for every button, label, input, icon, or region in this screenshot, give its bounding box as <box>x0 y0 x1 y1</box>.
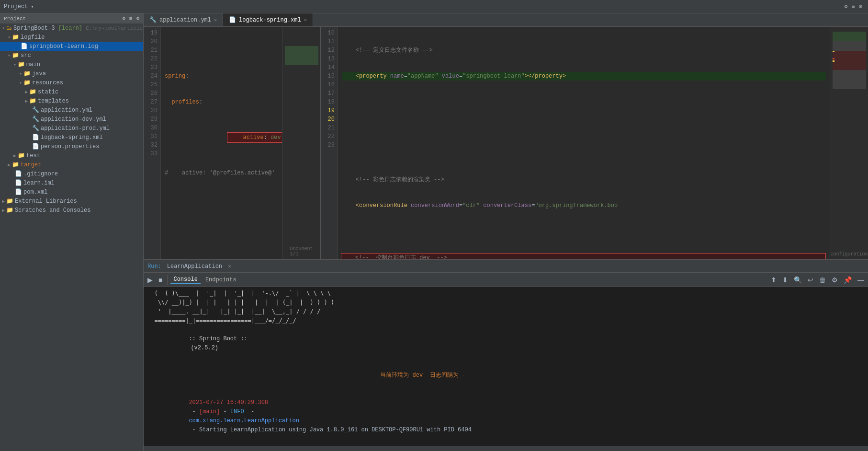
dropdown-arrow[interactable]: ▾ <box>31 4 34 10</box>
tree-scratches[interactable]: ▶ 📁 Scratches and Consoles <box>0 206 143 215</box>
tree-gitignore[interactable]: 📄 .gitignore <box>0 169 143 178</box>
console-output[interactable]: ( ( )\___ | '_| | '_| | '-.\/ _` | \ \ \… <box>144 287 868 446</box>
left-line-20: spring: <box>165 72 278 81</box>
iml-icon: 📄 <box>15 179 22 186</box>
console-filter[interactable]: 🔍 <box>792 275 804 285</box>
log1-logger: com.xiang.learn.LearnApplication <box>189 417 299 424</box>
console-tab[interactable]: Console <box>170 276 200 284</box>
console-scroll-bottom[interactable]: ⬇ <box>780 275 790 285</box>
scratch-label: Scratches and Consoles <box>15 207 90 214</box>
run-play-button[interactable]: ▶ <box>146 275 155 285</box>
right-line-numbers: 10 11 12 13 14 15 16 17 18 19 20 <box>321 27 338 259</box>
tree-application-yml[interactable]: 🔧 application.yml <box>0 105 143 115</box>
tree-application-dev-yml[interactable]: 🔧 application-dev.yml <box>0 115 143 124</box>
app-root: Project ▾ ⚙ ≡ ⚙ Project ⚙ ≡ ⚙ ▾ 🗂 Spring… <box>0 0 868 451</box>
java-label: java <box>32 70 46 77</box>
tab-logback-xml[interactable]: 📄 logback-spring.xml ✕ <box>223 13 313 26</box>
tree-person-props[interactable]: 📄 person.properties <box>0 142 143 151</box>
right-code-lines[interactable]: <!-- 定义日志文件名称 --> <property name="appNam… <box>338 27 830 259</box>
log-label: springboot-learn.log <box>29 43 98 50</box>
tab-application-yml[interactable]: 🔧 application.yml ✕ <box>144 13 223 26</box>
java-icon: 📁 <box>23 70 31 77</box>
templates-arrow: ▶ <box>25 98 28 104</box>
root-label: SpringBoot-3 [learn] E:\my-tool\article\… <box>13 25 144 32</box>
main-icon: 📁 <box>18 61 25 68</box>
tree-resources[interactable]: ▾ 📁 resources <box>0 78 143 87</box>
tree-learn-iml[interactable]: 📄 learn.iml <box>0 178 143 187</box>
tree-templates[interactable]: ▶ 📁 templates <box>0 96 143 105</box>
tree-java[interactable]: ▾ 📁 java <box>0 69 143 78</box>
gitignore-label: .gitignore <box>23 171 58 177</box>
main-layout: Project ⚙ ≡ ⚙ ▾ 🗂 SpringBoot-3 [learn] E… <box>0 13 868 451</box>
title-bar: Project ▾ ⚙ ≡ ⚙ <box>0 0 868 13</box>
left-line-26 <box>165 246 278 255</box>
config-icon[interactable]: ⚙ <box>859 3 862 10</box>
console-settings[interactable]: ⚙ <box>830 275 840 285</box>
src-arrow: ▾ <box>8 53 11 58</box>
log1-time: 2021-07-27 16:40:29.308 <box>189 399 268 406</box>
test-arrow: ▶ <box>13 153 16 159</box>
src-label: src <box>21 52 31 59</box>
tree-external-libs[interactable]: ▶ 📁 External Libraries <box>0 197 143 206</box>
console-minimize[interactable]: — <box>856 275 866 285</box>
ascii-line-3: ' |____. __|_| |_| |_| |__| \__,_| / / /… <box>147 307 864 316</box>
props-icon: 📄 <box>32 143 39 150</box>
run-app-close[interactable]: ✕ <box>228 263 231 270</box>
tree-target[interactable]: ▶ 📁 target <box>0 160 143 169</box>
logfile-label: logfile <box>21 34 45 41</box>
tree-src[interactable]: ▾ 📁 src <box>0 51 143 60</box>
right-editor: 10 11 12 13 14 15 16 17 18 19 20 <box>321 27 868 259</box>
run-toolbar: ▶ ■ Console Endpoints ⬆ ⬇ 🔍 ↩ 🗑 ⚙ 📌 — <box>144 273 868 287</box>
menu-icon[interactable]: ≡ <box>852 3 855 10</box>
prod-yml-icon: 🔧 <box>32 125 39 132</box>
tree-pom-xml[interactable]: 📄 pom.xml <box>0 187 143 197</box>
templates-icon: 📁 <box>29 97 36 104</box>
editor-section: 🔧 application.yml ✕ 📄 logback-spring.xml… <box>144 13 868 259</box>
root-arrow: ▾ <box>2 25 5 31</box>
app-dev-yml-label: application-dev.yml <box>41 116 106 123</box>
tree-test[interactable]: ▶ 📁 test <box>0 151 143 160</box>
left-code-content: 19 20 21 22 23 24 25 26 27 28 29 <box>144 27 320 259</box>
tree-springboot-log[interactable]: 📄 springboot-learn.log <box>0 42 143 51</box>
settings-icon[interactable]: ⚙ <box>844 3 847 10</box>
right-line-15: <!-- 彩色日志依赖的渲染类 --> <box>342 175 826 184</box>
tree-logfile[interactable]: ▾ 📁 logfile <box>0 33 143 42</box>
console-scrollbar[interactable] <box>144 446 868 451</box>
sidebar-settings-icon[interactable]: ⚙ <box>122 15 125 22</box>
person-props-label: person.properties <box>41 143 99 150</box>
tree-root[interactable]: ▾ 🗂 SpringBoot-3 [learn] E:\my-tool\arti… <box>0 23 143 33</box>
console-clear[interactable]: 🗑 <box>817 275 828 285</box>
run-label: Run: <box>147 263 161 270</box>
templates-label: templates <box>38 98 69 104</box>
root-icon: 🗂 <box>6 24 12 32</box>
run-stop-button[interactable]: ■ <box>157 275 164 285</box>
right-line-13 <box>342 124 826 132</box>
tree-application-prod-yml[interactable]: 🔧 application-prod.yml <box>0 124 143 133</box>
ascii-line-2: \\/ __)|_) | | | | | | | | | (_| | ) ) )… <box>147 298 864 307</box>
tree-logback-xml[interactable]: 📄 logback-spring.xml <box>0 133 143 142</box>
tab-yml-close[interactable]: ✕ <box>214 17 217 23</box>
left-line-23: # active: '@profiles.active@' <box>165 169 278 177</box>
sidebar-collapse-icon[interactable]: ≡ <box>129 16 133 22</box>
console-scroll-top[interactable]: ⬆ <box>769 275 778 285</box>
resources-icon: 📁 <box>23 79 31 86</box>
right-panel: 🔧 application.yml ✕ 📄 logback-spring.xml… <box>144 13 868 451</box>
sidebar-close-icon[interactable]: ⚙ <box>136 15 139 22</box>
xml-icon: 📄 <box>32 134 39 141</box>
tree-static[interactable]: ▶ 📁 static <box>0 87 143 96</box>
app-prod-yml-label: application-prod.yml <box>41 125 110 132</box>
log1-thread: - [main] - INFO - <box>189 408 258 415</box>
endpoints-tab[interactable]: Endpoints <box>203 277 239 283</box>
tab-xml-close[interactable]: ✕ <box>304 17 307 23</box>
static-arrow: ▶ <box>25 89 28 95</box>
app-yml-label: application.yml <box>41 107 92 114</box>
console-wrap[interactable]: ↩ <box>806 275 815 285</box>
git-icon: 📄 <box>15 170 22 177</box>
left-code-lines[interactable]: spring: profiles: active: dev # active: … <box>161 27 282 259</box>
env-message: 当前环境为 dev 日志间隔为 - <box>380 372 465 379</box>
tree-main[interactable]: ▾ 📁 main <box>0 60 143 69</box>
left-line-21: profiles: <box>165 98 278 106</box>
static-label: static <box>38 89 58 95</box>
console-pin[interactable]: 📌 <box>842 275 854 285</box>
ext-icon: 📁 <box>6 197 13 205</box>
